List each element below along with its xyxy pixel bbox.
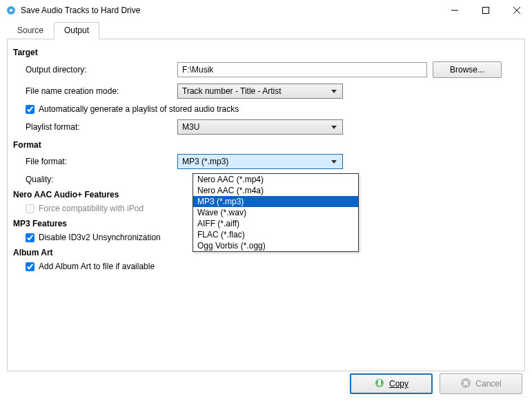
file-format-option[interactable]: FLAC (*.flac) [193,229,358,240]
file-format-option[interactable]: AIFF (*.aiff) [193,218,358,229]
target-heading: Target [13,48,519,57]
cancel-icon [460,378,471,391]
maximize-button[interactable] [470,0,501,21]
file-format-option[interactable]: Nero AAC (*.m4a) [193,185,358,196]
close-button[interactable] [501,0,532,21]
tab-source[interactable]: Source [7,22,54,39]
filename-mode-select[interactable]: Track number - Title - Artist [177,84,343,99]
output-directory-label: Output directory: [26,65,177,75]
file-format-dropdown[interactable]: Nero AAC (*.mp4) Nero AAC (*.m4a) MP3 (*… [193,173,359,252]
tab-bar: Source Output [0,22,532,39]
svg-rect-4 [482,8,489,14]
cancel-button: Cancel [440,373,522,394]
force-ipod-label: Force compatibility with iPod [39,204,144,213]
quality-label: Quality: [26,175,177,184]
tab-output[interactable]: Output [54,22,99,39]
disable-id3v2-checkbox[interactable] [26,233,35,242]
add-album-art-label: Add Album Art to file if available [39,262,155,271]
footer: Copy Cancel [0,366,532,401]
browse-button[interactable]: Browse... [433,61,502,78]
file-format-option[interactable]: Nero AAC (*.mp4) [193,174,358,185]
auto-playlist-checkbox[interactable] [26,105,35,114]
copy-button[interactable]: Copy [350,373,433,394]
file-format-option-selected[interactable]: MP3 (*.mp3) [193,196,358,207]
titlebar: Save Audio Tracks to Hard Drive [0,0,532,21]
copy-label: Copy [389,379,408,389]
cancel-label: Cancel [475,379,501,389]
copy-icon [374,378,385,391]
add-album-art-checkbox[interactable] [26,262,35,271]
auto-playlist-label: Automatically generate a playlist of sto… [39,104,239,114]
disable-id3v2-label: Disable ID3v2 Unsynchronization [39,233,161,242]
svg-point-2 [10,9,12,12]
file-format-option[interactable]: Wave (*.wav) [193,207,358,218]
minimize-button[interactable] [439,0,470,21]
file-format-label: File format: [26,157,177,166]
file-format-select[interactable]: MP3 (*.mp3) [177,154,343,169]
window-title: Save Audio Tracks to Hard Drive [21,6,439,15]
force-ipod-checkbox [26,204,35,213]
playlist-format-select[interactable]: M3U [177,119,343,135]
playlist-format-label: Playlist format: [26,122,177,132]
output-directory-input[interactable] [177,62,427,77]
app-icon [6,5,17,16]
format-heading: Format [13,140,519,150]
filename-mode-label: File name creation mode: [26,86,177,96]
file-format-option[interactable]: Ogg Vorbis (*.ogg) [193,240,358,251]
